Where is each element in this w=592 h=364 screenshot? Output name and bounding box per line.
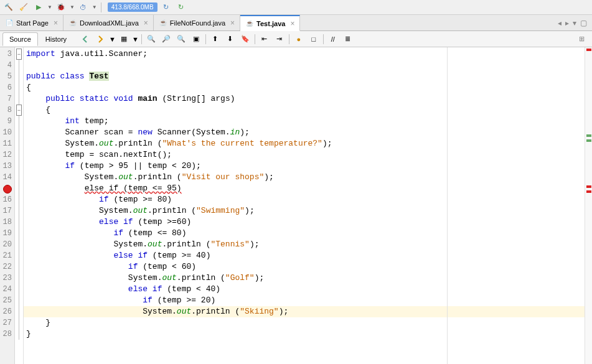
line-number[interactable]: 24 [0,284,14,295]
error-marker[interactable] [586,190,591,193]
line-number[interactable]: 3 [0,49,14,60]
line-number[interactable]: 22 [0,261,14,273]
code-area[interactable]: import java.util.Scanner;public class Te… [24,47,585,364]
code-line[interactable]: { [24,105,585,116]
split-icon[interactable]: ⊞ [579,35,590,43]
code-line[interactable]: import java.util.Scanner; [24,49,585,60]
tab-downloadxml[interactable]: ☕ DownloadXML.java × [63,15,154,30]
fold-toggle-icon[interactable]: − [16,105,22,116]
macro-rec-icon[interactable]: ● [292,33,306,45]
line-number[interactable]: 16 [0,194,14,205]
line-number[interactable]: 19 [0,228,14,239]
line-number[interactable]: 9 [0,116,14,127]
tab-start-page[interactable]: 📄 Start Page × [0,15,63,30]
refresh-icon[interactable]: ↻ [160,1,172,14]
line-number[interactable]: 27 [0,317,14,329]
tab-filenotfound[interactable]: ☕ FileNotFound.java × [154,15,240,30]
line-number[interactable]: 11 [0,138,14,149]
code-line[interactable]: temp = scan.nextInt(); [24,149,585,161]
gc-icon[interactable]: ↻ [175,1,187,14]
line-number[interactable]: 13 [0,161,14,172]
profile-icon[interactable]: ⏱ [77,1,90,14]
code-line[interactable]: { [24,82,585,93]
fold-toggle-icon[interactable]: − [16,49,22,60]
last-edit-icon[interactable]: ▦ [117,33,131,45]
nav-fwd-icon[interactable] [94,33,108,45]
ok-marker[interactable] [586,134,591,137]
tab-list-icon[interactable]: ▾ [571,19,578,27]
code-line[interactable]: if (temp >= 80) [24,194,585,205]
next-bookmark-icon[interactable]: ⬇ [223,33,237,45]
line-number[interactable]: 10 [0,127,14,138]
comment-icon[interactable]: // [326,33,340,45]
close-icon[interactable]: × [144,19,148,27]
code-line[interactable]: if (temp >= 20) [24,295,585,306]
code-line[interactable] [24,60,585,71]
code-line[interactable]: else if (temp >= 40) [24,250,585,261]
code-line[interactable]: System.out.println ("Golf"); [24,273,585,284]
error-marker[interactable] [586,49,591,51]
code-line[interactable]: if (temp > 95 || temp < 20); [24,161,585,172]
history-view-tab[interactable]: History [39,33,73,45]
code-line[interactable]: else if (temp < 40) [24,284,585,295]
code-line[interactable]: public static void main (String[] args) [24,93,585,105]
code-line[interactable]: else if (temp >=60) [24,217,585,228]
line-number[interactable]: 5 [0,71,14,82]
line-number[interactable]: 25 [0,295,14,306]
toggle-bookmark-icon[interactable]: 🔖 [238,33,252,45]
line-number[interactable]: 28 [0,329,14,340]
tab-test[interactable]: ☕ Test.java × [240,15,300,31]
error-glyph[interactable] [0,183,14,194]
tab-next-icon[interactable]: ▸ [564,19,570,27]
code-line[interactable]: public class Test [24,71,585,82]
code-line[interactable]: } [24,329,585,340]
line-number[interactable]: 26 [0,306,14,317]
shift-left-icon[interactable]: ⇤ [258,33,271,45]
run-dropdown-icon[interactable]: ▼ [47,4,52,10]
error-stripe[interactable] [585,47,592,364]
find-selection-icon[interactable]: 🔍 [144,33,158,45]
line-number[interactable]: 4 [0,60,14,71]
code-line[interactable]: System.out.println ("Tennis"); [24,239,585,250]
shift-right-icon[interactable]: ⇥ [273,33,286,45]
code-line[interactable]: if (temp <= 80) [24,228,585,239]
find-next-icon[interactable]: 🔍 [174,33,188,45]
debug-icon[interactable]: 🐞 [55,1,67,14]
fold-column[interactable]: −− [15,47,24,364]
maximize-icon[interactable]: ▢ [579,19,588,27]
code-line[interactable]: System.out.println ("Visit our shops"); [24,172,585,183]
line-number[interactable]: 12 [0,149,14,161]
toggle-highlight-icon[interactable]: ▣ [189,33,203,45]
macro-stop-icon[interactable]: □ [307,33,321,45]
line-number[interactable]: 20 [0,239,14,250]
line-number[interactable]: 18 [0,217,14,228]
close-icon[interactable]: × [54,19,58,27]
code-line[interactable]: System.out.println ("Skiing"); [24,306,585,317]
line-number[interactable]: 21 [0,250,14,261]
code-line[interactable]: System.out.println ("Swimming"); [24,205,585,217]
last-edit-dropdown-icon[interactable]: ▼ [132,35,139,43]
find-prev-icon[interactable]: 🔎 [159,33,173,45]
tab-prev-icon[interactable]: ◂ [557,19,563,27]
close-icon[interactable]: × [230,19,235,27]
nav-back-icon[interactable] [79,33,93,45]
prev-bookmark-icon[interactable]: ⬆ [209,33,222,45]
line-number-gutter[interactable]: 3456789101112131416171819202122232425262… [0,47,15,364]
uncomment-icon[interactable]: ≣ [341,33,355,45]
code-line[interactable]: if (temp < 60) [24,261,585,273]
line-number[interactable]: 8 [0,105,14,116]
code-line[interactable]: int temp; [24,116,585,127]
line-number[interactable]: 17 [0,205,14,217]
line-number[interactable]: 23 [0,273,14,284]
run-icon[interactable]: ▶ [32,1,45,14]
ok-marker[interactable] [586,139,591,142]
memory-usage[interactable]: 413.8/668.0MB [108,2,157,12]
debug-dropdown-icon[interactable]: ▼ [70,4,75,10]
code-line[interactable]: System.out.println ("What's the current … [24,138,585,149]
line-number[interactable]: 6 [0,82,14,93]
hammer-icon[interactable]: 🔨 [2,1,15,14]
nav-dropdown-icon[interactable]: ▼ [109,35,116,43]
error-marker[interactable] [586,185,591,188]
code-line[interactable]: else if (temp <= 95) [24,183,585,194]
source-view-tab[interactable]: Source [2,32,38,46]
